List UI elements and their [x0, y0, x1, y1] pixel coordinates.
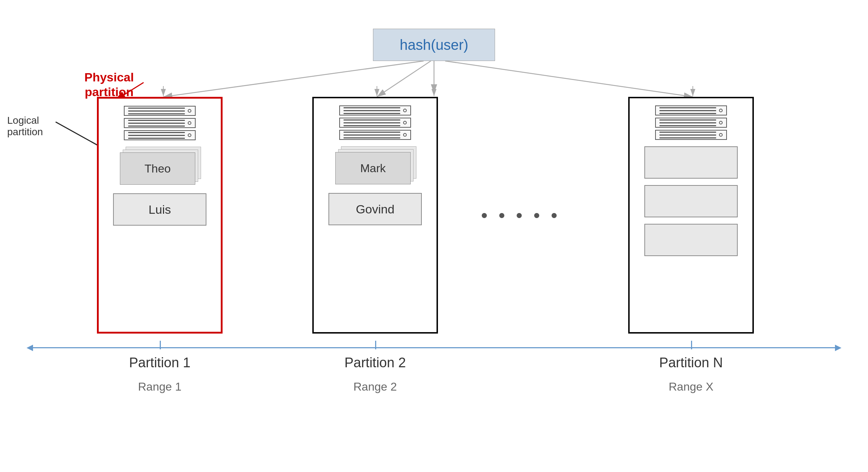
theo-card: Theo: [120, 152, 195, 185]
partitionN-box: [628, 97, 754, 334]
range2-label: Range 2: [312, 380, 438, 393]
partitionN-label: Partition N: [628, 355, 754, 370]
range1-label: Range 1: [97, 380, 223, 393]
mark-card: Mark: [335, 152, 411, 184]
partition2-label: Partition 2: [312, 355, 438, 370]
empty-card-3: [644, 224, 738, 256]
svg-line-2: [445, 61, 693, 97]
axis-arrow-right: [835, 345, 841, 351]
dots-separator: • • • • •: [481, 204, 560, 226]
logical-partition-label: Logicalpartition: [7, 115, 43, 138]
server-icon-pN: [655, 105, 727, 140]
empty-card-2: [644, 185, 738, 217]
partition1-label: Partition 1: [97, 355, 223, 370]
axis-line: [29, 347, 839, 348]
card-stack-theo: Theo: [118, 147, 201, 190]
partition2-box: Mark Govind: [312, 97, 438, 334]
tick-p1: [160, 341, 161, 349]
diagram: hash(user) Physicalpartition Logicalpart…: [0, 0, 868, 472]
luis-card: Luis: [113, 193, 206, 226]
svg-line-0: [163, 61, 424, 97]
empty-card-1: [644, 146, 738, 179]
tick-pN: [691, 341, 692, 349]
server-icon-p2: [339, 105, 411, 140]
hash-label: hash(user): [400, 37, 468, 53]
server-icon-p1: [124, 106, 196, 140]
card-stack-mark: Mark: [334, 146, 416, 189]
rangeN-label: Range X: [628, 380, 754, 393]
partition1-box: Theo Luis: [97, 97, 223, 334]
tick-p2: [375, 341, 376, 349]
govind-card: Govind: [328, 193, 422, 225]
svg-line-1: [377, 61, 431, 97]
hash-box: hash(user): [373, 29, 495, 61]
axis-arrow-left: [27, 345, 33, 351]
